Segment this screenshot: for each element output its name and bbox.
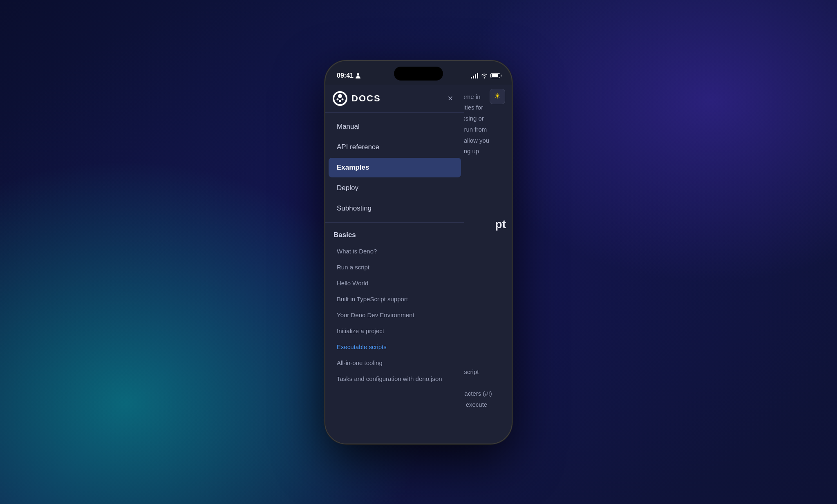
basics-item-hello-world[interactable]: Hello World xyxy=(329,275,461,291)
status-time: 09:41 xyxy=(337,72,361,79)
code-line-3: aracters (#!) xyxy=(459,389,506,399)
docs-label: DOCS xyxy=(351,93,381,104)
bg-heading: pt xyxy=(495,215,506,234)
bg-line-4: o run from xyxy=(459,125,506,135)
signal-bars-icon xyxy=(471,73,478,78)
close-button[interactable]: × xyxy=(444,92,457,105)
svg-point-4 xyxy=(339,100,341,102)
basics-item-run-script[interactable]: Run a script xyxy=(329,259,461,275)
battery-icon xyxy=(490,73,500,78)
wifi-icon xyxy=(481,73,488,78)
svg-point-6 xyxy=(342,98,344,100)
sidebar-item-deploy[interactable]: Deploy xyxy=(329,178,461,198)
sidebar-logo: DOCS xyxy=(333,91,381,106)
sidebar-item-manual[interactable]: Manual xyxy=(329,117,461,137)
basics-item-all-in-one[interactable]: All-in-one tooling xyxy=(329,355,461,371)
sidebar-header: DOCS × xyxy=(325,85,464,113)
person-icon xyxy=(355,73,361,78)
basics-title: Basics xyxy=(325,229,464,243)
dynamic-island xyxy=(394,67,443,81)
time-display: 09:41 xyxy=(337,72,354,79)
signal-bar-3 xyxy=(475,74,476,78)
nav-section: Manual API reference Examples Deploy Sub… xyxy=(325,113,464,223)
bg-line-6: tting up xyxy=(459,146,506,157)
code-line-2: a xyxy=(459,378,506,388)
basics-item-dev-environment[interactable]: Your Deno Dev Environment xyxy=(329,307,461,323)
sidebar-item-api-reference[interactable]: API reference xyxy=(329,137,461,157)
code-line-4: to execute xyxy=(459,400,506,410)
bg-line-2: tilities for xyxy=(459,103,506,113)
signal-bar-1 xyxy=(471,77,472,78)
bg-line-5: s allow you xyxy=(459,136,506,146)
sidebar-item-subhosting[interactable]: Subhosting xyxy=(329,199,461,218)
basics-section: Basics What is Deno? Run a script Hello … xyxy=(325,223,464,390)
phone-screen: 09:41 xyxy=(325,61,512,444)
sidebar-drawer: DOCS × Manual API reference Examples xyxy=(325,85,464,444)
bg-code-block: e script a aracters (#!) to execute xyxy=(459,367,506,411)
svg-point-3 xyxy=(338,94,342,98)
sidebar-item-examples[interactable]: Examples xyxy=(329,158,461,177)
signal-bar-2 xyxy=(473,76,474,78)
deno-logo-icon xyxy=(333,91,347,106)
basics-item-initialize-project[interactable]: Initialize a project xyxy=(329,323,461,339)
status-icons xyxy=(471,73,500,78)
basics-item-tasks-config[interactable]: Tasks and configuration with deno.json xyxy=(329,371,461,387)
basics-item-executable-scripts[interactable]: Executable scripts xyxy=(329,339,461,355)
svg-point-0 xyxy=(357,73,359,76)
bg-line-1: come in xyxy=(459,92,506,102)
signal-bar-4 xyxy=(477,73,478,78)
basics-item-typescript[interactable]: Built in TypeScript support xyxy=(329,291,461,307)
code-line-1: e script xyxy=(459,367,506,377)
bg-text-block: come in tilities for essing or o run fro… xyxy=(459,92,506,158)
phone-content: ☀ come in tilities for essing or o run f… xyxy=(325,85,512,444)
svg-point-5 xyxy=(337,98,339,100)
close-icon: × xyxy=(448,93,453,104)
basics-item-what-is-deno[interactable]: What is Deno? xyxy=(329,243,461,259)
phone-frame: 09:41 xyxy=(325,60,512,444)
bg-line-3: essing or xyxy=(459,114,506,124)
